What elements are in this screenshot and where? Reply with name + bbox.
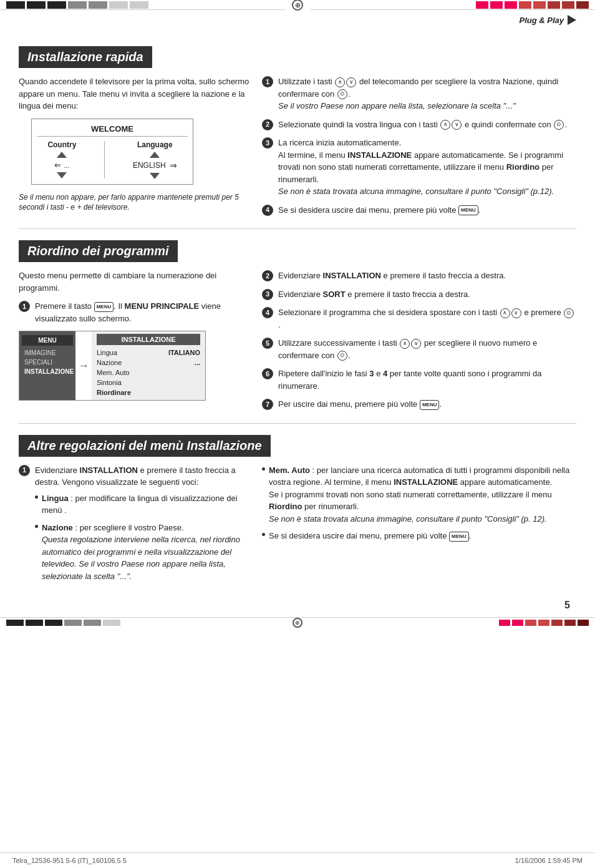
- divider1: [19, 228, 576, 229]
- section2-right: 2 Evidenziare INSTALLATION e premere il …: [262, 270, 576, 417]
- s3-bullets-right: Mem. Auto : per lanciare una ricerca aut…: [262, 464, 576, 542]
- section2-title: Riordino dei programmi: [19, 240, 178, 262]
- section3-title: Altre regolazioni del menù Installazione: [19, 435, 271, 457]
- arrow-up-icon: ∧: [335, 77, 345, 87]
- step3-text: La ricerca inizia automaticamente. Al te…: [278, 137, 576, 198]
- bullet-nazione-text: Nazione : per scegliere il vostro Paese.…: [42, 522, 249, 583]
- language-label: Language: [137, 140, 173, 149]
- section1-step3: 3 La ricerca inizia automaticamente. Al …: [262, 137, 576, 198]
- section2-intro: Questo menu permette di cambiare la nume…: [19, 270, 249, 294]
- country-left-row: ⇐ ...: [54, 160, 69, 170]
- s3-step1: 1 Evidenziare INSTALLATION e premere il …: [19, 464, 249, 588]
- menu-main-panel: INSTALLAZIONE Lingua ITALIANO Nazione ..…: [92, 331, 205, 400]
- s2-step6: 6 Ripetere dall'inizio le fasi 3 e 4 per…: [262, 368, 576, 392]
- s2-badge7: 7: [262, 399, 273, 410]
- step1-text: Utilizzate i tasti ∧∨ del telecomando pe…: [278, 76, 576, 112]
- s3-bullets-left: Lingua : per modificare la lingua di vis…: [35, 492, 249, 583]
- menu-nazione-val: ...: [195, 359, 200, 366]
- step4-text: Se si desidera uscire dai menu, premere …: [278, 204, 576, 217]
- menu-main-title: INSTALLAZIONE: [97, 334, 200, 345]
- language-arrow-up-icon: [150, 152, 160, 158]
- step2-badge: 2: [262, 119, 273, 130]
- menu-item-speciali: SPECIALI: [22, 358, 73, 367]
- s2-text6: Ripetere dall'inizio le fasi 3 e 4 per t…: [278, 368, 576, 392]
- menu-lingua-val: ITALIANO: [168, 349, 200, 356]
- menu-sintonia-label: Sintonia: [97, 379, 122, 386]
- s3-text1: Evidenziare INSTALLATION e premere il ta…: [35, 464, 249, 588]
- country-arrow-up-icon: [57, 152, 67, 158]
- welcome-divider: [104, 141, 105, 178]
- menu-lingua-label: Lingua: [97, 349, 117, 356]
- memauto-note2: Se non è stata trovata alcuna immagine, …: [269, 514, 547, 524]
- section-installazione-rapida: Installazione rapida Quando accendete il…: [19, 46, 576, 222]
- s2-step2: 2 Evidenziare INSTALLATION e premere il …: [262, 270, 576, 282]
- s2-badge4: 4: [262, 307, 273, 318]
- menu-memauto-label: Mem. Auto: [97, 369, 130, 376]
- welcome-language-col: Language ENGLISH ⇒: [133, 140, 177, 179]
- menu-icon: MENU: [94, 302, 114, 312]
- country-arrow-down-icon: [57, 172, 67, 178]
- section3-right: Mem. Auto : per lanciare una ricerca aut…: [262, 464, 576, 594]
- step3-badge: 3: [262, 137, 273, 149]
- bullet-dot-memauto: [262, 467, 265, 471]
- divider2: [19, 423, 576, 424]
- country-label: Country: [47, 140, 76, 149]
- section-altre-regolazioni: Altre regolazioni del menù Installazione…: [19, 435, 576, 594]
- page-number: 5: [0, 600, 570, 611]
- menu-item-immagine: IMMAGINE: [22, 348, 73, 358]
- menu-row-sintonia: Sintonia: [97, 378, 200, 388]
- menu-nazione-label: Nazione: [97, 359, 122, 366]
- bullet-lingua-text: Lingua : per modificare la lingua di vis…: [42, 492, 249, 517]
- s2-step1-text: Premere il tasto MENU. Il MENU PRINCIPAL…: [35, 300, 249, 324]
- s2-step7: 7 Per uscire dai menu, premere più volte…: [262, 398, 576, 411]
- menu-riordinare-label: Riordinare: [97, 389, 131, 396]
- section1-step2: 2 Selezionate quindi la vostra lingua co…: [262, 119, 576, 131]
- menu-sidebar-title: MENU: [22, 335, 73, 346]
- bullet-nazione: Nazione : per scegliere il vostro Paese.…: [35, 522, 249, 583]
- bullet-dot-uscire: [262, 533, 265, 536]
- plug-play-text: Plug & Play: [519, 16, 564, 25]
- bullet-dot-lingua: [35, 495, 38, 499]
- english-text: ENGLISH: [133, 161, 166, 170]
- confirm3-icon: ⊙: [564, 308, 574, 318]
- arrow-down3-icon: ∨: [511, 308, 521, 318]
- section2-left: Questo menu permette di cambiare la nume…: [19, 270, 249, 417]
- english-row: ENGLISH ⇒: [133, 160, 177, 170]
- menu-row-riordinare: Riordinare: [97, 388, 200, 397]
- arrow-down4-icon: ∨: [411, 339, 421, 349]
- confirm2-icon: ⊙: [554, 120, 564, 130]
- step1-badge: 1: [262, 76, 273, 87]
- welcome-box: WELCOME Country ⇐ ... Language: [31, 119, 193, 185]
- menu-row-memauto: Mem. Auto: [97, 368, 200, 378]
- bullet-lingua: Lingua : per modificare la lingua di vis…: [35, 492, 249, 517]
- confirm-icon: ⊙: [337, 89, 347, 99]
- arrow-up3-icon: ∧: [500, 308, 510, 318]
- menu-row-lingua: Lingua ITALIANO: [97, 348, 200, 358]
- language-arrow-down-icon: [150, 173, 160, 179]
- section1-steps: 1 Utilizzate i tasti ∧∨ del telecomando …: [262, 76, 576, 216]
- bullet-memauto: Mem. Auto : per lanciare una ricerca aut…: [262, 464, 576, 525]
- bullet-dot-nazione: [35, 525, 38, 528]
- s2-badge6: 6: [262, 368, 273, 379]
- confirm4-icon: ⊙: [337, 351, 347, 361]
- s2-text2: Evidenziare INSTALLATION e premere il ta…: [278, 270, 576, 282]
- s2-step1-badge: 1: [19, 301, 30, 312]
- step2-text: Selezionate quindi la vostra lingua con …: [278, 119, 576, 131]
- section1-step1: 1 Utilizzate i tasti ∧∨ del telecomando …: [262, 76, 576, 112]
- menu-screenshot-box: MENU IMMAGINE SPECIALI INSTALLAZIONE → I…: [19, 331, 206, 401]
- s2-badge3: 3: [262, 289, 273, 300]
- s3-badge1: 1: [19, 465, 30, 476]
- arrow-up4-icon: ∧: [400, 339, 410, 349]
- step3-note: Se non è stata trovata alcuna immagine, …: [278, 187, 554, 196]
- section1-left: Quando accendete il televisore per la pr…: [19, 76, 249, 222]
- footer-left: Telra_12536-951 5-6 (IT)_160106.5 5: [12, 857, 127, 864]
- memauto-note1: Se i programmi trovati non sono stati nu…: [269, 490, 552, 512]
- s2-step5: 5 Utilizzare successivamente i tasti ∧∨ …: [262, 337, 576, 361]
- plug-play-logo: Plug & Play: [519, 15, 576, 25]
- menu-button-icon: MENU: [458, 205, 478, 215]
- s2-text5: Utilizzare successivamente i tasti ∧∨ pe…: [278, 337, 576, 361]
- step1-note: Se il vostro Paese non appare nella list…: [278, 101, 516, 110]
- section2-step1: 1 Premere il tasto MENU. Il MENU PRINCIP…: [19, 300, 249, 324]
- footer: Telra_12536-951 5-6 (IT)_160106.5 5 1/16…: [0, 852, 595, 868]
- s2-step3: 3 Evidenziare SORT e premere il tasto fr…: [262, 288, 576, 301]
